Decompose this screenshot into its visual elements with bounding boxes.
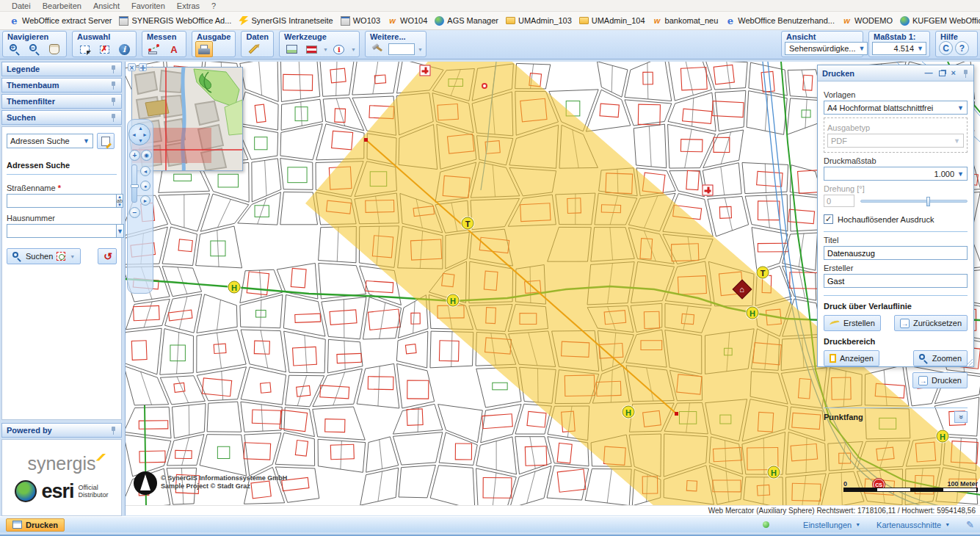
search-submit-button[interactable]: Suchen ▼: [7, 248, 81, 264]
map-views-menu[interactable]: Kartenausschnitte▼: [876, 521, 950, 529]
edit-redlining-icon[interactable]: ✎: [966, 519, 974, 530]
favorite-link[interactable]: w bankomat_neu: [650, 15, 724, 27]
search-type-select[interactable]: Adressen Suche ▼: [7, 134, 93, 148]
zoom-out-button[interactable]: −: [26, 41, 43, 57]
favorite-link[interactable]: WO103: [338, 15, 385, 27]
language-button[interactable]: [302, 41, 320, 57]
house-number-input[interactable]: [7, 224, 117, 238]
drehung-slider-handle[interactable]: [926, 197, 930, 206]
menu-item[interactable]: Bearbeiten: [37, 1, 87, 10]
zoom-in-button[interactable]: +: [6, 41, 23, 57]
image-icon: [286, 45, 297, 54]
favorite-link[interactable]: KUFGEM WebOffice Zell_a...: [898, 15, 980, 27]
weitere-select[interactable]: [388, 43, 415, 55]
erstellen-button[interactable]: Erstellen: [824, 315, 881, 331]
pin-icon[interactable]: [109, 81, 117, 90]
search-reset-button[interactable]: ↺: [98, 248, 117, 264]
powered-by-header[interactable]: Powered by: [1, 423, 122, 438]
full-extent-control[interactable]: ◉: [141, 150, 152, 161]
edit-button[interactable]: [244, 41, 262, 57]
favorite-link[interactable]: e WebOffice extract Server: [7, 15, 117, 27]
favorite-link[interactable]: SynerGIS Intranetseite: [236, 15, 338, 27]
clear-selection-button[interactable]: ✗: [95, 41, 113, 57]
zoomen-button[interactable]: Zoomen: [913, 350, 968, 366]
search-type-value: Adressen Suche: [10, 137, 83, 145]
street-input[interactable]: [7, 194, 117, 208]
sidebar-panel-themenfilter[interactable]: Themenfilter: [1, 94, 122, 109]
house-number-dropdown[interactable]: ▼: [117, 224, 124, 238]
search-options-arrow[interactable]: ▼: [70, 254, 75, 259]
menu-item[interactable]: Extras: [171, 1, 206, 10]
view-select[interactable]: Sehenswürdigke... ▼: [785, 42, 868, 55]
drucken-button[interactable]: →Drucken: [912, 372, 968, 388]
pin-icon[interactable]: [109, 65, 117, 73]
measure-area-button[interactable]: A: [165, 41, 183, 57]
identify-button[interactable]: i: [115, 41, 133, 57]
redlining-dropdown-arrow[interactable]: ▼: [351, 47, 356, 52]
weitere-dropdown-arrow[interactable]: ▼: [418, 47, 423, 52]
previous-extent-control[interactable]: ◄: [140, 166, 150, 176]
zoom-slider[interactable]: [131, 164, 137, 203]
overview-close-icon[interactable]: ×: [128, 63, 136, 71]
help-button[interactable]: ?: [955, 41, 969, 55]
favorite-link[interactable]: AGS Manager: [432, 15, 504, 27]
drehung-label: Drehung [°]: [824, 184, 968, 193]
overview-move-icon[interactable]: ✛: [139, 63, 147, 71]
favorite-link[interactable]: w WO104: [385, 15, 432, 27]
next-extent-control[interactable]: ►: [140, 195, 150, 206]
minimize-button[interactable]: —: [925, 69, 933, 77]
zoom-in-control[interactable]: +: [129, 150, 140, 161]
zuruecksetzen-button[interactable]: →Zurücksetzen: [894, 315, 968, 331]
favorite-link[interactable]: UMAdmin_103: [504, 15, 577, 26]
zoom-out-control[interactable]: −: [129, 207, 140, 218]
measure-distance-button[interactable]: [145, 41, 163, 57]
favorite-link[interactable]: UMAdmin_104: [577, 15, 650, 26]
pan-dpad[interactable]: ▲▼◄►: [128, 123, 150, 145]
favorite-link[interactable]: w WODEMO: [840, 15, 898, 27]
drehung-slider[interactable]: [860, 200, 968, 203]
language-dropdown-arrow[interactable]: ▼: [323, 47, 328, 52]
hochaufloesend-checkbox[interactable]: ✓: [824, 214, 833, 224]
pin-icon[interactable]: [109, 426, 117, 435]
titel-input[interactable]: [824, 246, 968, 260]
dialog-resize-grip[interactable]: [965, 358, 973, 366]
sidebar-panel-suchen[interactable]: Suchen: [1, 110, 122, 125]
callout-icon: i: [333, 45, 344, 54]
pan-button[interactable]: [46, 41, 63, 57]
street-sort-button[interactable]: ▲ab▼: [117, 194, 123, 208]
menu-item[interactable]: ?: [206, 1, 222, 10]
menu-item[interactable]: Favoriten: [126, 1, 171, 10]
pin-icon[interactable]: [109, 113, 117, 122]
sidebar-panel-legende[interactable]: Legende: [1, 62, 122, 76]
select-button[interactable]: [76, 41, 93, 57]
copyright-help-button[interactable]: C: [939, 41, 953, 55]
restore-button[interactable]: [939, 70, 945, 76]
search-report-button[interactable]: [97, 133, 115, 149]
scale-select[interactable]: 4.514 ▼: [872, 42, 926, 55]
close-button[interactable]: ×: [951, 69, 956, 77]
center-control[interactable]: ●: [140, 181, 150, 191]
export-image-button[interactable]: [283, 41, 300, 57]
anzeigen-button[interactable]: Anzeigen: [824, 350, 879, 366]
vorlagen-select[interactable]: A4 Hochformat blattschnittfrei ▼: [824, 101, 968, 115]
tools-button[interactable]: [369, 41, 386, 57]
favorite-link[interactable]: e WebOffice Benutzerhand...: [723, 15, 840, 27]
coordinate-readout: Web Mercator (Auxiliary Sphere) Rechtswe…: [126, 505, 980, 515]
zoom-slider-handle[interactable]: [131, 184, 139, 188]
settings-menu[interactable]: Einstellungen▼: [803, 521, 860, 529]
punktfang-expand-button[interactable]: »: [954, 411, 968, 423]
taskbar-tab-drucken[interactable]: Drucken: [6, 518, 65, 532]
sidebar-panel-themenbaum[interactable]: Themenbaum: [1, 78, 122, 93]
print-dialog-titlebar[interactable]: Drucken — ×: [818, 65, 973, 82]
druckmassstab-select[interactable]: 1.000 ▼: [824, 167, 968, 181]
pin-icon[interactable]: [962, 69, 969, 78]
print-button[interactable]: [195, 41, 213, 57]
menu-item[interactable]: Datei: [6, 1, 37, 10]
redlining-button[interactable]: i: [330, 41, 348, 57]
ersteller-input[interactable]: [824, 274, 968, 288]
ersteller-label: Ersteller: [824, 264, 968, 272]
drehung-input: 0: [824, 195, 854, 207]
pin-icon[interactable]: [109, 97, 117, 106]
menu-item[interactable]: Ansicht: [87, 1, 126, 10]
favorite-link[interactable]: SYNERGIS WebOffice Ad...: [117, 15, 236, 27]
